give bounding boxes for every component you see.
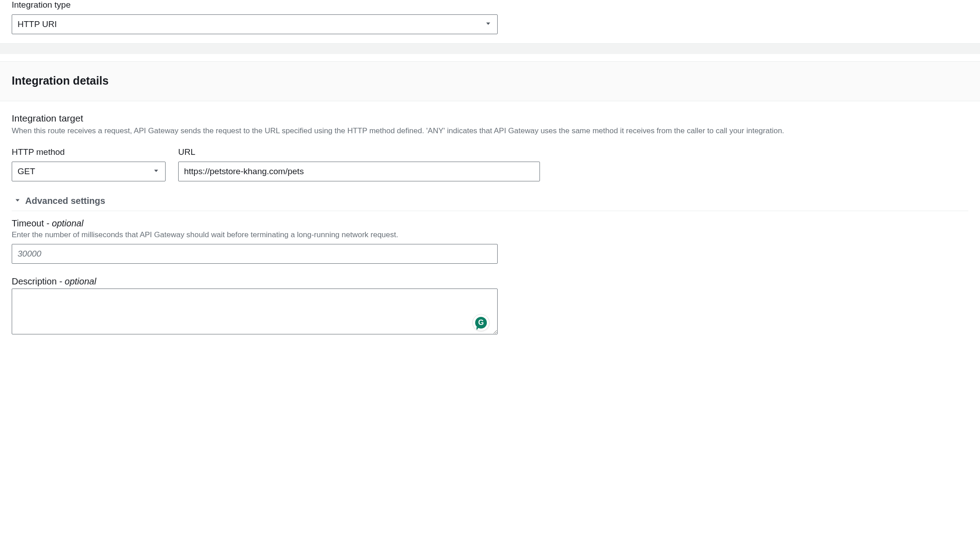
url-input[interactable]	[178, 162, 540, 181]
http-method-label: HTTP method	[12, 147, 166, 157]
description-textarea[interactable]	[12, 289, 498, 334]
integration-target-help: When this route receives a request, API …	[12, 126, 968, 136]
caret-down-icon	[14, 197, 21, 205]
integration-target-label: Integration target	[12, 113, 968, 124]
integration-type-select[interactable]	[12, 14, 498, 34]
description-label: Description - optional	[12, 276, 968, 287]
advanced-settings-toggle[interactable]: Advanced settings	[12, 192, 968, 211]
url-label: URL	[178, 147, 540, 157]
integration-type-value[interactable]	[12, 14, 498, 34]
timeout-input[interactable]	[12, 244, 498, 264]
timeout-optional: - optional	[44, 218, 84, 228]
description-optional: - optional	[57, 276, 96, 286]
advanced-settings-title: Advanced settings	[25, 196, 105, 206]
http-method-value[interactable]	[12, 162, 166, 181]
timeout-help: Enter the number of milliseconds that AP…	[12, 230, 968, 239]
timeout-label: Timeout - optional	[12, 218, 968, 229]
grammarly-icon[interactable]: G	[472, 314, 490, 331]
panel-spacer	[0, 43, 980, 54]
panel-title: Integration details	[12, 74, 968, 87]
http-method-select[interactable]	[12, 162, 166, 181]
integration-type-label: Integration type	[12, 0, 968, 10]
description-label-text: Description	[12, 276, 57, 286]
timeout-label-text: Timeout	[12, 218, 44, 228]
integration-details-header: Integration details	[0, 61, 980, 101]
